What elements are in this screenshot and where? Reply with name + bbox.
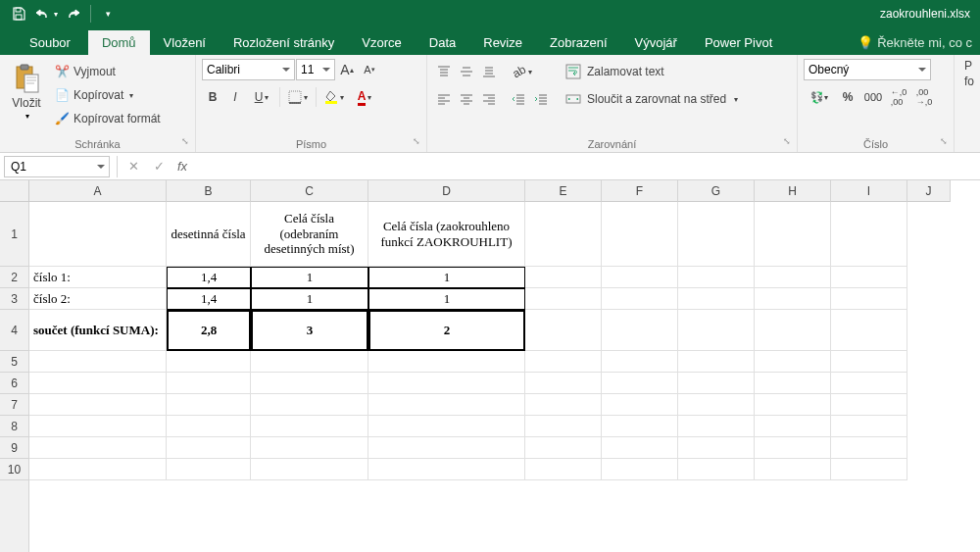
- cell[interactable]: [167, 416, 251, 437]
- cell[interactable]: [29, 416, 167, 437]
- cell[interactable]: [678, 459, 755, 480]
- decrease-font-button[interactable]: A▾: [359, 59, 380, 80]
- cell[interactable]: 1: [251, 267, 368, 288]
- dialog-launcher-icon[interactable]: ⤡: [413, 136, 424, 148]
- cell[interactable]: [755, 394, 831, 416]
- borders-button[interactable]: ▾: [283, 86, 313, 108]
- select-all-corner[interactable]: [0, 180, 29, 202]
- font-size-select[interactable]: 11: [296, 59, 335, 80]
- col-hdr-g[interactable]: G: [678, 180, 755, 202]
- cell[interactable]: [602, 310, 678, 351]
- tab-review[interactable]: Revize: [469, 30, 536, 55]
- cell[interactable]: [29, 437, 167, 459]
- tab-powerpivot[interactable]: Power Pivot: [691, 30, 786, 55]
- cell[interactable]: desetinná čísla: [167, 202, 251, 267]
- cell[interactable]: [368, 459, 525, 480]
- col-hdr-j[interactable]: J: [907, 180, 951, 202]
- fill-color-button[interactable]: ▾: [319, 86, 349, 108]
- merge-center-button[interactable]: Sloučit a zarovnat na střed▾: [560, 88, 744, 110]
- cell[interactable]: [167, 459, 251, 480]
- cell[interactable]: [525, 416, 602, 437]
- cell[interactable]: [755, 202, 831, 267]
- cell[interactable]: [29, 351, 167, 373]
- row-hdr-9[interactable]: 9: [0, 437, 28, 459]
- cell[interactable]: [525, 459, 602, 480]
- cell[interactable]: [368, 416, 525, 437]
- cell[interactable]: [678, 267, 755, 288]
- cell[interactable]: [678, 310, 755, 351]
- save-icon[interactable]: [6, 2, 31, 25]
- cell[interactable]: [251, 351, 368, 373]
- cell[interactable]: [525, 288, 602, 310]
- fx-icon[interactable]: fx: [177, 159, 187, 174]
- cell[interactable]: [29, 394, 167, 416]
- cell[interactable]: [525, 437, 602, 459]
- cell[interactable]: [602, 394, 678, 416]
- cell[interactable]: [251, 437, 368, 459]
- cell[interactable]: [602, 202, 678, 267]
- accounting-format-button[interactable]: 💱▾: [804, 86, 833, 108]
- tab-insert[interactable]: Vložení: [150, 30, 220, 55]
- cell[interactable]: 3: [251, 310, 368, 351]
- paste-button[interactable]: Vložit ▾: [6, 59, 47, 121]
- cell[interactable]: [167, 373, 251, 394]
- row-hdr-7[interactable]: 7: [0, 394, 28, 416]
- formula-input[interactable]: [193, 156, 980, 177]
- row-hdr-2[interactable]: 2: [0, 267, 28, 288]
- col-hdr-c[interactable]: C: [251, 180, 368, 202]
- cell[interactable]: [755, 310, 831, 351]
- cell[interactable]: [678, 437, 755, 459]
- cell[interactable]: [29, 202, 167, 267]
- cell[interactable]: [29, 373, 167, 394]
- cell[interactable]: [831, 459, 907, 480]
- cell[interactable]: [368, 394, 525, 416]
- cell[interactable]: [678, 288, 755, 310]
- tab-data[interactable]: Data: [416, 30, 469, 55]
- cell[interactable]: [251, 394, 368, 416]
- cell[interactable]: [678, 394, 755, 416]
- row-hdr-4[interactable]: 4: [0, 310, 28, 351]
- cell[interactable]: 1: [251, 288, 368, 310]
- row-hdr-1[interactable]: 1: [0, 202, 28, 267]
- cell[interactable]: [167, 351, 251, 373]
- cell[interactable]: Celá čísla (odebraním desetinných míst): [251, 202, 368, 267]
- cond-format-partial[interactable]: P: [964, 59, 970, 73]
- copy-button[interactable]: 📄Kopírovat▾: [51, 84, 165, 106]
- number-format-select[interactable]: Obecný: [804, 59, 931, 80]
- format-painter-button[interactable]: 🖌️Kopírovat formát: [51, 108, 165, 129]
- cell[interactable]: [368, 351, 525, 373]
- undo-icon[interactable]: ▾: [33, 2, 59, 25]
- cell[interactable]: Celá čísla (zaokrouhleno funkcí ZAOKROUH…: [368, 202, 525, 267]
- row-hdr-10[interactable]: 10: [0, 459, 28, 480]
- cell[interactable]: [755, 416, 831, 437]
- cell[interactable]: [678, 202, 755, 267]
- qat-customize-icon[interactable]: ▾: [95, 2, 121, 25]
- cell[interactable]: [678, 373, 755, 394]
- cell[interactable]: [368, 437, 525, 459]
- col-hdr-a[interactable]: A: [29, 180, 167, 202]
- cell[interactable]: [602, 288, 678, 310]
- cell[interactable]: [167, 394, 251, 416]
- cell[interactable]: číslo 1:: [29, 267, 167, 288]
- tab-file[interactable]: Soubor: [12, 30, 88, 55]
- tell-me[interactable]: 💡 Řekněte mi, co c: [850, 30, 980, 55]
- cell[interactable]: [525, 394, 602, 416]
- col-hdr-e[interactable]: E: [525, 180, 602, 202]
- cell[interactable]: [251, 416, 368, 437]
- cell[interactable]: 1: [368, 288, 525, 310]
- cell[interactable]: [251, 373, 368, 394]
- col-hdr-b[interactable]: B: [167, 180, 251, 202]
- cell[interactable]: 1,4: [167, 288, 251, 310]
- col-hdr-h[interactable]: H: [755, 180, 831, 202]
- col-hdr-d[interactable]: D: [368, 180, 525, 202]
- dialog-launcher-icon[interactable]: ⤡: [181, 136, 193, 148]
- row-hdr-6[interactable]: 6: [0, 373, 28, 394]
- cell[interactable]: [525, 267, 602, 288]
- row-hdr-5[interactable]: 5: [0, 351, 28, 373]
- cell[interactable]: [602, 459, 678, 480]
- cell[interactable]: [525, 202, 602, 267]
- cell[interactable]: [831, 310, 907, 351]
- align-right-button[interactable]: [478, 88, 500, 110]
- cell[interactable]: 2: [368, 310, 525, 351]
- cell[interactable]: [831, 202, 907, 267]
